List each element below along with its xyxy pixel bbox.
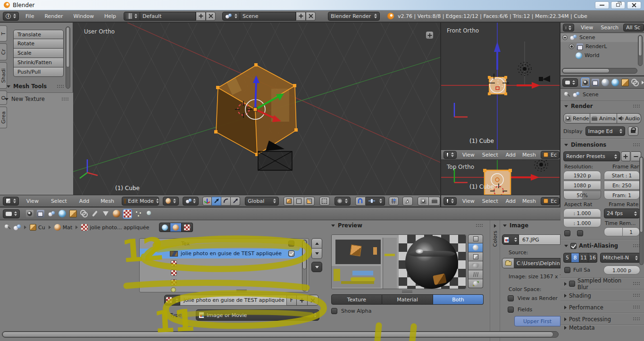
pivot-point-selector[interactable]: [183, 197, 199, 206]
image-browse-selector[interactable]: [502, 234, 519, 245]
opengl-render-anim-button[interactable]: [429, 197, 440, 206]
border-checkbox[interactable]: [564, 230, 570, 236]
show-alpha-checkbox[interactable]: [331, 308, 337, 314]
scene-delete-button[interactable]: [306, 12, 316, 21]
preview-sphere-button[interactable]: [468, 243, 483, 252]
render-audio-button[interactable]: Audio: [617, 113, 641, 124]
viewport-menu-select[interactable]: Select: [51, 198, 67, 204]
tool-scale-button[interactable]: Scale: [13, 49, 64, 58]
shading-panel-header[interactable]: Shading: [560, 290, 644, 301]
aspect-x-field[interactable]: : 1.000: [563, 208, 601, 217]
preview-flat-button[interactable]: [468, 234, 483, 243]
proportional-edit-selector[interactable]: [335, 197, 351, 206]
preview-tab-material[interactable]: Material: [382, 294, 433, 305]
expand-icon[interactable]: [569, 44, 574, 49]
preview-particles-button[interactable]: [468, 279, 483, 288]
properties-tab-object[interactable]: [68, 209, 78, 219]
resolution-x-field[interactable]: 1920 p: [563, 171, 601, 180]
tool-push-pull-button[interactable]: Push/Pull: [13, 67, 64, 77]
mode-selector[interactable]: Edit Mode: [122, 197, 159, 206]
metadata-panel-header[interactable]: Metadata: [560, 325, 644, 330]
colors-panel-title[interactable]: Colors: [492, 231, 498, 247]
editor-type-selector[interactable]: [3, 209, 20, 218]
preview-tab-both[interactable]: Both: [433, 294, 484, 305]
manipulator-rotate-toggle[interactable]: [221, 197, 231, 206]
viewport-user-expand-region-button[interactable]: [426, 31, 434, 39]
image-name-field[interactable]: 67.JPG: [519, 234, 560, 245]
top-menu-view[interactable]: View: [462, 198, 475, 204]
aa-samples-11-button[interactable]: 11: [579, 253, 588, 263]
render-animation-button[interactable]: Anima: [590, 113, 617, 124]
viewport-front-ortho[interactable]: Front Ortho (1) Cube: [441, 23, 560, 150]
limit-selection-visible-toggle[interactable]: [319, 197, 330, 206]
manipulator-translate-toggle[interactable]: [212, 197, 221, 206]
tool-shelf-scrollbar[interactable]: [66, 26, 70, 89]
render-engine-selector[interactable]: Blender Render: [328, 12, 380, 21]
properties-tab-render[interactable]: [581, 77, 590, 87]
tool-tab-tools[interactable]: T: [0, 25, 7, 42]
preview-cube-button[interactable]: [468, 252, 483, 261]
editor-type-selector[interactable]: [563, 24, 574, 32]
screen-layout-icon-selector[interactable]: [124, 12, 140, 21]
breadcrumb-object[interactable]: Cu: [30, 224, 45, 231]
viewport-shading-selector[interactable]: [163, 197, 179, 206]
editor-type-selector[interactable]: [443, 197, 457, 205]
top-menu-add[interactable]: Add: [506, 198, 516, 204]
new-texture-panel-header[interactable]: New Texture: [5, 96, 69, 102]
slot-enable-checkbox[interactable]: [288, 241, 294, 247]
time-remap-old-field[interactable]: [604, 227, 623, 236]
properties-scrollbar[interactable]: [639, 157, 644, 265]
properties-tab-physics[interactable]: [144, 209, 154, 219]
top-menu-mesh[interactable]: Mesh: [522, 198, 536, 204]
editor-type-selector[interactable]: [562, 78, 578, 87]
properties-tab-particles[interactable]: [134, 209, 143, 219]
menu-help[interactable]: Help: [104, 13, 116, 19]
time-remap-new-field[interactable]: 1: [623, 227, 640, 236]
snap-peel-button[interactable]: [402, 197, 413, 206]
render-presets-selector[interactable]: Render Presets: [563, 151, 620, 161]
opengl-render-still-button[interactable]: [418, 197, 429, 206]
editor-type-selector[interactable]: [3, 197, 19, 206]
screen-layout-add-button[interactable]: [196, 12, 206, 21]
frame-step-field[interactable]: Fram: 1: [604, 191, 640, 200]
crop-checkbox[interactable]: [577, 230, 583, 236]
properties-tab-render-layers[interactable]: [36, 209, 45, 219]
aa-filter-selector[interactable]: Mitchell-N: [600, 253, 641, 263]
transform-orientation-selector[interactable]: Global: [245, 197, 279, 206]
new-texture-button[interactable]: [297, 295, 308, 306]
editor-type-selector[interactable]: i: [3, 12, 19, 21]
breadcrumb-material[interactable]: Mat: [54, 224, 73, 231]
manipulator-axes-toggle[interactable]: [202, 197, 212, 206]
viewport-top-ortho[interactable]: Top Ortho (1) Cube: [441, 160, 560, 195]
tool-shrink-fatten-button[interactable]: Shrink/Fatten: [13, 58, 64, 67]
texture-slot-row-empty[interactable]: [140, 268, 309, 277]
upper-first-button[interactable]: Upper First: [514, 316, 560, 326]
preview-tab-texture[interactable]: Texture: [331, 294, 382, 305]
top-menu-select[interactable]: Select: [482, 198, 498, 204]
tool-tab-create[interactable]: Cr: [0, 43, 7, 60]
aa-samples-16-button[interactable]: 16: [588, 253, 597, 263]
front-mode-selector[interactable]: Ec: [541, 151, 560, 159]
list-resize-grip[interactable]: [236, 290, 247, 292]
anti-aliasing-checkbox[interactable]: [570, 243, 577, 249]
slot-enable-checkbox[interactable]: [288, 250, 294, 257]
properties-tab-object[interactable]: [621, 77, 630, 87]
outliner-row-renderlayers[interactable]: RenderL: [560, 42, 644, 51]
viewport-menu-add[interactable]: Add: [79, 198, 89, 204]
menu-render[interactable]: Render: [44, 13, 63, 19]
sampled-motion-blur-panel-header[interactable]: Sampled Motion Blur: [560, 278, 644, 289]
minimize-button[interactable]: [595, 1, 609, 9]
mesh-tools-panel-header[interactable]: Mesh Tools: [7, 83, 64, 90]
manipulator-scale-toggle[interactable]: [231, 197, 240, 206]
tool-tab-grease[interactable]: Grea: [0, 107, 7, 128]
preview-monkey-button[interactable]: [468, 261, 483, 270]
render-still-button[interactable]: Rende: [563, 113, 590, 124]
open-image-button[interactable]: [502, 258, 514, 268]
slot-move-down-button[interactable]: [311, 249, 322, 259]
breadcrumb-texture[interactable]: jolie photo... appliquée: [81, 224, 149, 231]
post-processing-panel-header[interactable]: Post Processing: [560, 314, 644, 324]
close-button[interactable]: [627, 1, 641, 9]
image-filepath-field[interactable]: C:\Users\Delphine\: [514, 258, 560, 268]
dimensions-panel-header[interactable]: Dimensions: [560, 140, 644, 150]
resolution-percentage-slider[interactable]: 50%: [563, 191, 601, 200]
